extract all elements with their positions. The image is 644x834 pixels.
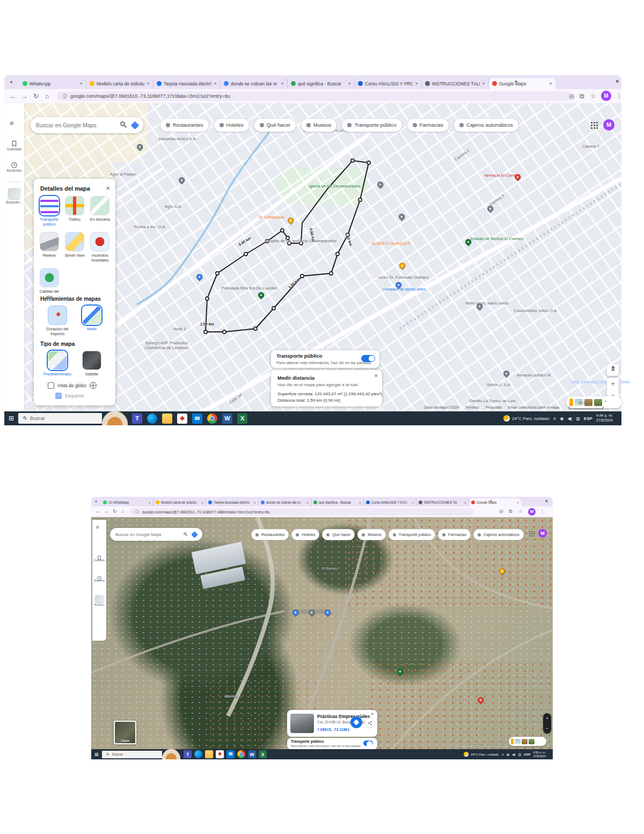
taskbar-app-icon[interactable]: ❖: [177, 414, 187, 424]
map-detail-option[interactable]: Relieve: [36, 232, 62, 263]
accessibility-button[interactable]: [607, 364, 619, 376]
browser-menu-icon[interactable]: ⋮: [540, 509, 545, 514]
category-chip[interactable]: Cajeros automáticos: [453, 118, 519, 132]
address-bar[interactable]: ⓘ google.com/maps/@7.0681510,-73.1186077…: [130, 508, 473, 516]
maps-search-box[interactable]: Buscar en Google Maps 🔍︎: [31, 117, 143, 133]
new-tab-button[interactable]: +: [489, 498, 492, 504]
taskbar-search[interactable]: 🔍︎ Buscar: [102, 751, 162, 758]
collapse-icon[interactable]: ⌃: [604, 400, 608, 405]
map-attribution-item[interactable]: Datos del mapa ©2024: [424, 405, 459, 409]
tab-close-icon[interactable]: ✕: [214, 82, 217, 86]
transit-toggle[interactable]: [363, 741, 373, 746]
taskbar-app-icon[interactable]: ❖: [216, 750, 224, 758]
cast-icon[interactable]: ⧉: [580, 92, 584, 100]
home-icon[interactable]: ⌂: [45, 92, 49, 100]
back-icon[interactable]: ←: [96, 509, 100, 514]
language-indicator[interactable]: ESP: [524, 753, 530, 756]
tab-close-icon[interactable]: ✕: [201, 501, 203, 504]
map-detail-option[interactable]: Tráfico: [62, 196, 87, 227]
profile-avatar[interactable]: M: [601, 91, 611, 101]
taskbar-app-icon[interactable]: T: [132, 414, 142, 424]
category-chip[interactable]: Qué hacer: [322, 529, 355, 540]
cast-icon[interactable]: ⧉: [509, 509, 512, 514]
directions-button[interactable]: [350, 716, 362, 728]
panel-close-icon[interactable]: ✕: [106, 185, 110, 191]
tab-close-icon[interactable]: ✕: [412, 501, 414, 504]
pegman-icon[interactable]: [511, 738, 514, 744]
labels-row[interactable]: ✓ Etiquetas: [55, 393, 84, 399]
browser-menu-icon[interactable]: ⋮: [616, 92, 623, 100]
category-chip[interactable]: Restaurantes: [160, 118, 209, 132]
tab-search-icon[interactable]: ▾: [93, 498, 99, 505]
zoom-out-button[interactable]: −: [546, 726, 548, 731]
category-chip[interactable]: Hoteles: [291, 529, 319, 540]
site-info-icon[interactable]: ⓘ: [62, 93, 67, 100]
zoom-in-button[interactable]: +: [611, 380, 614, 388]
site-info-icon[interactable]: ⓘ: [135, 509, 139, 514]
taskbar-app-icon[interactable]: [162, 414, 172, 424]
labels-checkbox[interactable]: ✓: [55, 393, 62, 399]
map-attribution-item[interactable]: Privacidad: [486, 405, 501, 409]
location-icon[interactable]: ◎: [569, 92, 574, 100]
forward-icon[interactable]: →: [21, 92, 28, 100]
map-detail-option[interactable]: Transporte público: [36, 196, 62, 227]
taskbar-app-icon[interactable]: W: [248, 750, 256, 758]
forward-icon[interactable]: →: [104, 509, 109, 514]
browser-tab[interactable]: qué significa - Buscar ✕: [311, 498, 364, 506]
taskbar-app-icon[interactable]: ✉: [226, 750, 235, 758]
map-detail-option[interactable]: Predeterminado: [40, 351, 75, 376]
category-chip[interactable]: Museos: [301, 118, 337, 132]
browser-tab[interactable]: WhatsApp ✕: [19, 78, 86, 89]
layers-minimap[interactable]: Capas: [114, 721, 136, 744]
home-icon[interactable]: ⌂: [121, 509, 124, 514]
tab-close-icon[interactable]: ✕: [517, 501, 519, 504]
browser-tab[interactable]: qué significa - Buscar ✕: [288, 78, 355, 89]
map-detail-option[interactable]: Calidad del aire: [36, 268, 62, 299]
category-chip[interactable]: Farmacias: [438, 529, 471, 540]
category-chip[interactable]: Restaurantes: [251, 529, 289, 540]
clock-widget[interactable]: 4:50 p. m.27/5/2024: [533, 751, 546, 758]
language-indicator[interactable]: ESP: [584, 416, 592, 421]
browser-tab[interactable]: Modelo carta de solicitu ✕: [86, 78, 153, 89]
tab-close-icon[interactable]: ✕: [415, 82, 418, 86]
map-detail-option[interactable]: Medir: [75, 306, 109, 336]
google-apps-icon[interactable]: [529, 531, 535, 536]
imagery-thumbnail[interactable]: [515, 739, 521, 744]
category-chip[interactable]: Cajeros automáticos: [473, 529, 524, 540]
category-chip[interactable]: Qué hacer: [254, 118, 296, 132]
maps-avatar[interactable]: M: [538, 529, 547, 538]
start-button[interactable]: ⊞: [4, 415, 18, 422]
taskbar-search[interactable]: 🔍︎ Buscar: [18, 413, 102, 424]
taskbar-app-icon[interactable]: [237, 750, 245, 758]
location-icon[interactable]: ◎: [499, 509, 503, 514]
taskbar-app-icon[interactable]: X: [237, 414, 247, 424]
directions-icon[interactable]: [131, 121, 140, 129]
category-chip[interactable]: Transporte público: [389, 529, 435, 540]
window-close-button[interactable]: ✕: [615, 78, 619, 84]
tab-close-icon[interactable]: ✕: [306, 501, 309, 504]
tab-close-icon[interactable]: ✕: [254, 501, 256, 504]
map-detail-option[interactable]: Incendios forestales: [87, 232, 113, 263]
place-photo[interactable]: [290, 714, 314, 733]
browser-tab[interactable]: Google Maps ✕: [489, 78, 555, 89]
map-attribution-item[interactable]: Enviar comentarios sobre el mapa: [508, 405, 559, 409]
share-button[interactable]: [364, 717, 375, 728]
taskbar-app-icon[interactable]: T: [184, 750, 192, 758]
tab-close-icon[interactable]: ✕: [359, 501, 361, 504]
speaker-tray-icon[interactable]: ◀): [512, 752, 516, 756]
new-tab-button[interactable]: +: [514, 78, 518, 85]
taskbar-app-icon[interactable]: W: [222, 414, 232, 424]
place-card-close-icon[interactable]: ✕: [371, 712, 374, 716]
map-detail-option[interactable]: Street View: [62, 232, 87, 263]
imagery-thumbnail[interactable]: [594, 399, 602, 406]
globe-checkbox[interactable]: [48, 382, 54, 389]
zoom-in-button[interactable]: +: [546, 716, 548, 721]
category-chip[interactable]: Hoteles: [214, 118, 250, 132]
tab-close-icon[interactable]: ✕: [482, 82, 485, 86]
browser-tab[interactable]: Tarjeta Asociada electró ✕: [206, 498, 259, 506]
window-close-button[interactable]: ✕: [545, 499, 548, 504]
reload-icon[interactable]: ↻: [113, 509, 117, 514]
browser-tab[interactable]: donde se cobran las m ✕: [221, 78, 288, 89]
browser-tab[interactable]: donde se cobran las m ✕: [259, 498, 311, 506]
place-coordinates-link[interactable]: 7.06815, -73.11861: [317, 728, 349, 731]
